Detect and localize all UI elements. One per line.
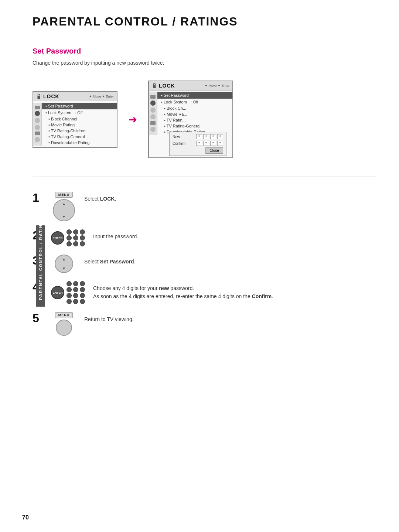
step-2: 2 ENTER Input [33, 229, 377, 246]
tv-nav-icons-1 [33, 103, 42, 146]
menu-button-5: MENU [55, 312, 73, 318]
sidebar-vertical-label: PARENTAL CONTROL / RATINGS [36, 225, 45, 307]
num-3 [80, 229, 85, 235]
tv-title-2: LOCK [159, 83, 175, 89]
tv-header-1: LOCK ✦ Move ✦ Enter [33, 92, 117, 101]
tv-title-1: LOCK [43, 93, 59, 99]
step-3-icon: ▲ ▼ [51, 255, 77, 273]
step-4-icon: ENTER [51, 281, 86, 304]
num-8 [73, 241, 78, 246]
password-dialog: New * * * * Confirm * [169, 132, 226, 156]
tv-nav-1: ✦ Move ✦ Enter [89, 95, 114, 98]
nav-icon-2 [35, 111, 40, 116]
page-title: PARENTAL CONTROL / RATINGS [33, 15, 377, 28]
pwd-confirm-stars: * * * * [196, 141, 223, 146]
pwd-confirm-star-3: * [210, 141, 216, 146]
svg-rect-1 [153, 85, 156, 88]
menu-lock-system-1: • Lock System : Off [42, 109, 117, 116]
step-2-text: Input the password. [93, 229, 138, 241]
sub-movie-rating-1: • Movie Rating [42, 122, 117, 128]
num-4-8 [73, 293, 78, 298]
pwd-new-stars: * * * * [196, 134, 223, 139]
num-4-9 [80, 293, 85, 298]
dpad-circle-3: ▲ ▼ [55, 255, 73, 273]
menu-lock-system-2: • Lock System : Off [157, 99, 232, 105]
menu-round-btn [56, 320, 72, 336]
tv-sidebar-1: • Set Password • Lock System : Off • Blo… [33, 103, 117, 146]
dpad-up-1: ▲ [62, 202, 66, 206]
tv-screen-1: LOCK ✦ Move ✦ Enter [33, 91, 117, 148]
num-9 [80, 241, 85, 246]
step-5-text: Return to TV viewing. [84, 312, 134, 323]
tv-header-2: LOCK ✦ Move ✦ Enter [149, 81, 232, 91]
num-4 [66, 235, 72, 241]
screens-comparison: LOCK ✦ Move ✦ Enter [33, 81, 377, 158]
page-number: 70 [22, 514, 29, 521]
num-4-5 [73, 287, 78, 292]
nav-icon2-4 [150, 114, 156, 119]
sub-tv-children-1: • TV Rating-Children [42, 128, 117, 134]
num-6 [80, 235, 85, 241]
num-4-11 [73, 299, 78, 304]
num-4-10 [66, 299, 72, 304]
sub-block-channel-1: • Block Channel [42, 116, 117, 122]
numpad-enter-row-4: ENTER [51, 281, 86, 304]
tv-body-2: • Set Password • Lock System : Off • Blo… [149, 91, 232, 157]
num-7 [66, 241, 72, 246]
nav-icon2-6 [150, 127, 156, 132]
step-1-icon: MENU ▲ ▼ [51, 192, 77, 221]
num-5 [73, 235, 78, 241]
sub-movie-rating-2: • Movie Ra... [157, 111, 232, 117]
num-4-6 [80, 287, 85, 292]
sub-block-channel-2: • Block Ch... [157, 105, 232, 111]
num-2 [73, 229, 78, 235]
dpad-circle-1: ▲ ▼ [53, 199, 75, 221]
menu-set-password-2: • Set Password [157, 92, 232, 99]
enter-button-2: ENTER [51, 231, 64, 245]
svg-rect-0 [37, 96, 40, 99]
tv-content-2: • Set Password • Lock System : Off • Blo… [157, 92, 232, 135]
pwd-star-1: * [196, 134, 202, 139]
nav-icon-3 [35, 118, 40, 123]
step-4: 4 ENTER [33, 281, 377, 304]
step-number-5: 5 [33, 312, 44, 324]
pwd-new-row: New * * * * [173, 134, 223, 139]
enter-button-4: ENTER [51, 286, 64, 299]
lock-icon-1 [36, 93, 41, 99]
tv-nav-2: ✦ Move ✦ Enter [205, 84, 229, 88]
step-5-icon: MENU [51, 312, 77, 336]
num-4-3 [80, 281, 85, 286]
menu-only-container: MENU [55, 312, 73, 336]
pwd-confirm-star-1: * [196, 141, 202, 146]
close-button[interactable]: Close [205, 147, 223, 154]
step-3: 3 ▲ ▼ Select Set Password. [33, 255, 377, 273]
nav-icon2-1 [150, 95, 156, 99]
num-1 [66, 229, 72, 235]
pwd-close-row: Close [173, 147, 223, 154]
dpad-down-3: ▼ [62, 266, 66, 270]
tv-body-1: • Set Password • Lock System : Off • Blo… [33, 101, 117, 147]
menu-set-password-1: • Set Password [42, 103, 117, 109]
numpad-enter-row-2: ENTER [51, 229, 86, 246]
numpad-grid-2 [66, 229, 86, 246]
num-4-7 [66, 293, 72, 298]
pwd-star-3: * [210, 134, 216, 139]
dpad-up-3: ▲ [62, 257, 66, 261]
step-3-text: Select Set Password. [84, 255, 136, 266]
step-2-icon: ENTER [51, 229, 86, 246]
transition-arrow: ➜ [129, 113, 137, 126]
nav-icon2-2 [150, 100, 156, 106]
dpad-down-1: ▼ [62, 215, 66, 219]
pwd-confirm-star-4: * [217, 141, 223, 146]
screen2: LOCK ✦ Move ✦ Enter [148, 81, 233, 158]
tv-nav-icons-2 [149, 92, 157, 135]
step-5: 5 MENU Return to TV viewing. [33, 312, 377, 336]
tv-screen-2: LOCK ✦ Move ✦ Enter [148, 81, 233, 158]
num-4-2 [73, 281, 78, 286]
sub-download-1: • Downloadable Rating [42, 140, 117, 146]
step-4-text: Choose any 4 digits for your new passwor… [93, 281, 273, 301]
numpad-grid-4 [66, 281, 86, 304]
pwd-new-label: New [173, 135, 191, 139]
nav-icon-1 [35, 106, 40, 109]
sub-tv-general-1: • TV Rating-General [42, 134, 117, 140]
